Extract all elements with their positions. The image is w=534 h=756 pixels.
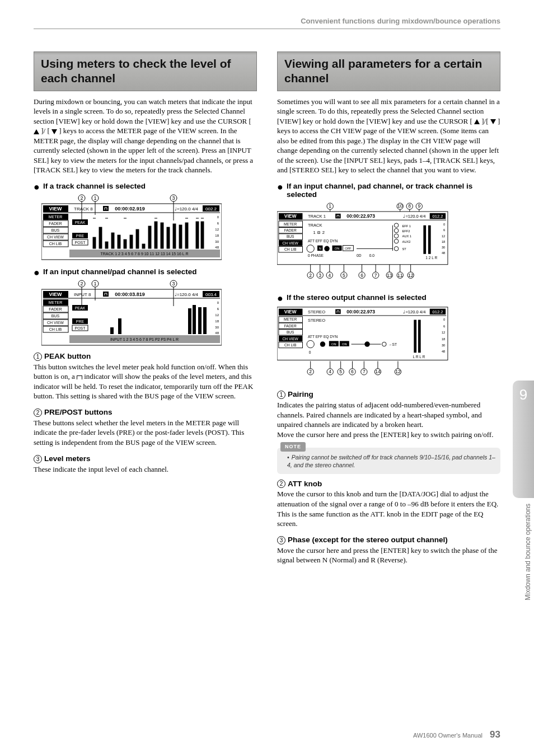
- svg-rect-98: [188, 308, 191, 334]
- svg-text:PEAK: PEAK: [75, 306, 86, 310]
- left-intro-mid: ]/ [: [39, 126, 51, 135]
- svg-text:CH LIB: CH LIB: [49, 242, 62, 246]
- svg-text:VIEW: VIEW: [284, 309, 297, 315]
- svg-rect-74: [103, 292, 109, 297]
- svg-text:OFF: OFF: [345, 247, 352, 250]
- right-intro-before: Sometimes you will want to see all mix p…: [277, 97, 500, 125]
- chapter-number: 9: [513, 381, 534, 403]
- right-intro-after: ] keys to access the CH VIEW page of the…: [277, 117, 500, 175]
- right-column: Viewing all parameters for a certain cha…: [277, 51, 500, 572]
- svg-text:6: 6: [351, 369, 354, 375]
- svg-rect-99: [193, 305, 196, 334]
- left-item1-title: PEAK button: [44, 352, 91, 360]
- svg-text:30: 30: [215, 240, 219, 243]
- page-footer: AW1600 Owner's Manual 93: [413, 729, 500, 740]
- svg-text:9: 9: [418, 203, 420, 209]
- svg-text:CH VIEW: CH VIEW: [47, 321, 64, 325]
- svg-rect-39: [118, 235, 120, 248]
- svg-rect-47: [167, 227, 170, 248]
- svg-text:12: 12: [395, 369, 401, 375]
- svg-text:12: 12: [442, 331, 445, 335]
- page-number: 93: [490, 729, 500, 740]
- svg-text:0: 0: [443, 223, 445, 226]
- svg-text:STEREO: STEREO: [308, 318, 325, 323]
- svg-text:VIEW: VIEW: [49, 206, 62, 212]
- svg-text:TRACK   8: TRACK 8: [74, 206, 93, 212]
- svg-text:TRACK   1: TRACK 1: [308, 214, 326, 219]
- left-item1-heading: 1PEAK button: [34, 352, 257, 361]
- svg-rect-100: [198, 307, 202, 334]
- svg-text:PRE: PRE: [76, 320, 85, 323]
- svg-text:012.2: 012.2: [432, 214, 443, 219]
- svg-text:N: N: [319, 247, 321, 250]
- svg-rect-45: [154, 222, 157, 248]
- svg-text:ON: ON: [331, 342, 336, 346]
- right-item3-body: Move the cursor here and press the [ENTE…: [277, 546, 500, 565]
- svg-point-227: [320, 342, 325, 347]
- svg-text:48: 48: [215, 246, 219, 249]
- svg-rect-37: [105, 242, 108, 248]
- peak-indicator-icon: [77, 375, 82, 379]
- svg-text:18: 18: [215, 234, 219, 237]
- svg-rect-169: [428, 226, 431, 254]
- svg-text:0 PHASE: 0 PHASE: [308, 253, 324, 257]
- svg-rect-40: [124, 240, 127, 248]
- svg-text:6: 6: [443, 325, 445, 328]
- left-sub2-text: If an input channel/pad channel is selec…: [43, 267, 197, 276]
- svg-text:11: 11: [397, 272, 403, 278]
- svg-text:EFF 1: EFF 1: [402, 224, 411, 227]
- svg-text:INPUT   1   2   3   4   5   6 : INPUT 1 2 3 4 5 6 7 8 P1 P2 P3 P4 L R: [110, 337, 179, 341]
- svg-text:00:00:22.973: 00:00:22.973: [346, 309, 375, 315]
- screenshot-chview-stereo: VIEW STEREO 00:00:22.973 ♩=120.0 4/4 012…: [277, 305, 457, 384]
- svg-text:30: 30: [442, 246, 445, 249]
- svg-text:FADER: FADER: [284, 228, 297, 232]
- right-item3-heading: 3Phase (except for the stereo output cha…: [277, 536, 500, 544]
- svg-rect-238: [418, 320, 421, 353]
- svg-text:METER: METER: [284, 222, 297, 226]
- svg-text:00:00:03.819: 00:00:03.819: [115, 292, 145, 297]
- right-item3-title: Phase (except for the stereo output chan…: [288, 536, 448, 544]
- svg-text:♩=120.0 4/4: ♩=120.0 4/4: [403, 310, 425, 315]
- svg-text:AUX2: AUX2: [402, 240, 411, 243]
- svg-rect-42: [136, 229, 139, 248]
- left-item2-title: PRE/POST buttons: [44, 408, 113, 416]
- svg-text:48: 48: [215, 331, 219, 335]
- svg-text:BUS: BUS: [51, 314, 60, 318]
- svg-text:6: 6: [360, 272, 363, 278]
- svg-rect-13: [103, 206, 109, 211]
- svg-rect-36: [99, 227, 102, 248]
- left-item2-body: These buttons select whether the level m…: [34, 418, 257, 448]
- svg-rect-35: [93, 237, 96, 248]
- svg-rect-49: [179, 225, 182, 248]
- svg-text:METER: METER: [284, 318, 297, 322]
- svg-text:POST: POST: [74, 241, 86, 245]
- screenshot-chview-channel: 1 10 8 9 VIEW TRACK 1 00:00:22.973 ♩=120…: [277, 202, 457, 287]
- svg-text:0: 0: [443, 318, 445, 322]
- svg-rect-208: [335, 309, 340, 314]
- running-head: Convenient functions during mixdown/boun…: [34, 17, 500, 25]
- left-sub1-heading: ● If a track channel is selected: [34, 182, 257, 190]
- svg-text:1   2   L R: 1 2 L R: [425, 256, 437, 260]
- svg-text:ATT    EFF    EQ    DYN: ATT EFF EQ DYN: [308, 335, 338, 339]
- svg-rect-38: [111, 233, 114, 248]
- svg-text:12: 12: [215, 313, 219, 317]
- svg-text:1: 1: [329, 203, 331, 209]
- svg-text:♩=120.0 4/4: ♩=120.0 4/4: [175, 206, 199, 212]
- left-item3-body: These indicate the input level of each c…: [34, 464, 257, 475]
- cursor-up-icon: [34, 129, 39, 134]
- svg-text:POST: POST: [74, 326, 86, 330]
- svg-rect-51: [196, 222, 199, 248]
- left-intro: During mixdown or bouncing, you can watc…: [34, 97, 257, 175]
- bullet-dot-icon: ●: [34, 183, 40, 191]
- svg-rect-50: [185, 223, 188, 248]
- note-tag: NOTE: [280, 442, 306, 452]
- svg-text:ON: ON: [342, 342, 347, 346]
- svg-text:1  ⦻ 2: 1 ⦻ 2: [313, 230, 325, 235]
- screenshot-meter-input: 2 1 3 VIEW INPUT 8 00:00:03.819 ♩=120.0 …: [41, 279, 222, 346]
- cursor-down-icon: [51, 129, 57, 134]
- svg-text:VIEW: VIEW: [49, 292, 62, 297]
- svg-rect-41: [130, 235, 133, 248]
- svg-rect-46: [161, 223, 163, 248]
- svg-text:STEREO: STEREO: [308, 310, 325, 315]
- section-title-using-meters: Using meters to check the level of each …: [34, 51, 257, 91]
